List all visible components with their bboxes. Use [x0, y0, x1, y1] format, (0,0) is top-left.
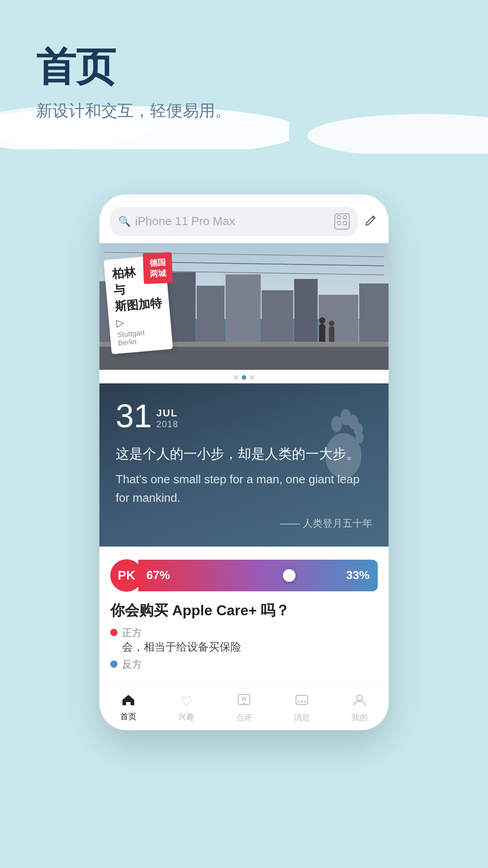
daily-quote-cn: 这是个人的一小步，却是人类的一大步。: [116, 443, 372, 465]
banner-card-tag: 德国 两城: [143, 252, 173, 283]
pk-option-con: 反方: [110, 658, 378, 671]
phone-mockup: 🔍 iPhone 11 Pro Max: [99, 194, 389, 730]
svg-point-17: [243, 698, 245, 700]
banner-image: 德国 两城 柏林与斯图加特 ▷ StuttgartBerlin: [99, 243, 389, 370]
pk-bar: 67% 33%: [138, 560, 378, 591]
tab-label-review: 点评: [236, 712, 252, 723]
dot-2[interactable]: [242, 375, 246, 380]
svg-rect-16: [238, 694, 250, 704]
date-year: 2018: [156, 419, 178, 429]
pk-dot-blue: [110, 660, 117, 668]
daily-card[interactable]: 31 JUL 2018 这是个人的一小步，却是人类的一大步。 That's on…: [99, 383, 389, 547]
svg-point-15: [356, 432, 364, 443]
date-month-year: JUL 2018: [156, 407, 178, 429]
daily-quote-en: That's one small step for a man, one gia…: [116, 470, 372, 508]
date-number: 31: [116, 400, 152, 432]
daily-source: —— 人类登月五十年: [116, 517, 372, 530]
date-month: JUL: [156, 407, 178, 419]
page-subtitle: 新设计和交互，轻便易用。: [36, 100, 452, 122]
interest-tab-icon: ♡: [180, 693, 192, 709]
pk-header: PK 67% 33%: [110, 559, 378, 592]
edit-icon[interactable]: [364, 213, 378, 230]
banner-card[interactable]: 德国 两城 柏林与斯图加特 ▷ StuttgartBerlin: [103, 255, 173, 354]
svg-point-21: [298, 701, 300, 703]
search-input[interactable]: iPhone 11 Pro Max: [135, 214, 330, 228]
pk-question: 你会购买 Apple Care+ 吗？: [110, 601, 378, 621]
svg-rect-4: [343, 216, 347, 219]
tab-label-interest: 兴趣: [178, 711, 194, 722]
phone-wrapper: 🔍 iPhone 11 Pro Max: [0, 194, 488, 730]
tab-item-review[interactable]: 点评: [215, 693, 273, 723]
home-tab-icon: [122, 693, 135, 709]
pk-option-label-con: 反方: [122, 658, 142, 671]
phone-inner: 🔍 iPhone 11 Pro Max: [99, 194, 389, 730]
svg-point-20: [304, 701, 306, 703]
pk-right-percent: 33%: [346, 568, 370, 582]
tab-item-interest[interactable]: ♡ 兴趣: [157, 693, 215, 723]
review-tab-icon: [237, 693, 251, 710]
banner-dots: [99, 370, 389, 383]
header-area: 首页 新设计和交互，轻便易用。: [0, 0, 488, 122]
tab-label-home: 首页: [120, 711, 136, 722]
tab-label-message: 消息: [294, 712, 310, 723]
banner-card-subtitle: StuttgartBerlin: [117, 327, 165, 347]
mine-tab-icon: [353, 693, 366, 710]
pk-thumb[interactable]: [283, 569, 296, 582]
scan-icon[interactable]: [334, 213, 350, 230]
banner-area[interactable]: 德国 两城 柏林与斯图加特 ▷ StuttgartBerlin: [99, 243, 389, 383]
pk-option-text-pro: 会，相当于给设备买保险: [122, 640, 241, 654]
tab-item-mine[interactable]: 我的: [331, 693, 389, 723]
tab-item-message[interactable]: 消息: [273, 693, 331, 723]
tab-label-mine: 我的: [352, 712, 368, 723]
svg-point-19: [301, 701, 303, 703]
message-tab-icon: [295, 693, 309, 710]
svg-rect-18: [296, 695, 308, 704]
search-icon: 🔍: [118, 216, 131, 227]
pk-bar-wrapper: 67% 33%: [138, 560, 378, 591]
svg-rect-6: [343, 222, 347, 225]
search-row: 🔍 iPhone 11 Pro Max: [99, 194, 389, 243]
search-bar[interactable]: 🔍 iPhone 11 Pro Max: [110, 207, 358, 236]
page-title: 首页: [36, 45, 452, 89]
pk-option-label-pro: 正方: [122, 626, 241, 640]
svg-rect-5: [338, 222, 341, 225]
pk-option-pro: 正方 会，相当于给设备买保险: [110, 626, 378, 654]
dot-3[interactable]: [250, 375, 254, 380]
tab-bar: 首页 ♡ 兴趣 点评: [99, 688, 389, 730]
date-row: 31 JUL 2018: [116, 400, 372, 432]
tab-item-home[interactable]: 首页: [99, 693, 157, 723]
dot-1[interactable]: [234, 375, 238, 380]
pk-card[interactable]: PK 67% 33% 你会购买 Apple Care+ 吗？ 正方 会，相: [99, 547, 389, 688]
banner-card-arrow: ▷: [116, 317, 124, 329]
pk-left-percent: 67%: [146, 568, 170, 582]
pk-dot-red: [110, 629, 117, 636]
svg-rect-3: [338, 216, 341, 219]
svg-point-22: [357, 695, 362, 701]
pk-badge: PK: [110, 559, 143, 592]
